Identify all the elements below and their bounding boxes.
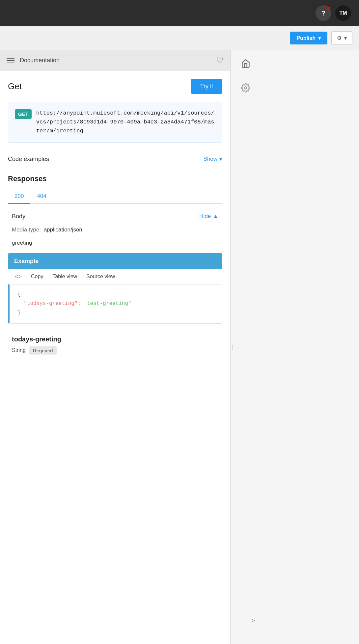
media-type-row: Media type: application/json xyxy=(8,223,222,237)
hamburger-line-3 xyxy=(7,63,14,63)
doc-title: Documentation xyxy=(20,57,60,64)
body-header: Body Hide ▲ xyxy=(8,210,222,223)
table-view-button[interactable]: Table view xyxy=(52,274,77,280)
code-examples-label: Code examples xyxy=(8,156,49,163)
example-box: Example <> Copy Table view Source view {… xyxy=(8,253,222,324)
hide-chevron: ▲ xyxy=(213,213,218,220)
responses-title: Responses xyxy=(8,174,222,183)
try-it-button[interactable]: Try it xyxy=(191,79,222,94)
doc-header-left: Documentation xyxy=(7,57,60,64)
sidebar-icon-home[interactable] xyxy=(237,55,254,72)
schema-section: todays-greeting String Required xyxy=(8,328,222,355)
right-sidebar: > xyxy=(231,50,260,644)
show-chevron: ▾ xyxy=(219,156,222,163)
hamburger-line-2 xyxy=(7,60,14,61)
json-value: "test-greeting" xyxy=(84,301,131,307)
response-tabs: 200 404 xyxy=(8,190,222,204)
hamburger-menu[interactable] xyxy=(7,58,14,63)
settings-icon: ⚙ xyxy=(337,35,342,41)
action-bar: Publish ▾ ⚙ ▾ xyxy=(0,26,359,50)
code-examples-row: Code examples Show ▾ xyxy=(8,152,222,167)
svg-point-0 xyxy=(244,87,247,89)
body-label: Body xyxy=(12,213,25,220)
show-code-button[interactable]: Show ▾ xyxy=(203,156,222,163)
get-header: Get Try it xyxy=(8,79,222,94)
main-layout: Documentation 🛡 Get Try it GET https://a… xyxy=(0,50,359,644)
left-panel: Documentation 🛡 Get Try it GET https://a… xyxy=(0,50,231,644)
tab-200[interactable]: 200 xyxy=(8,190,30,204)
settings-chevron: ▾ xyxy=(344,35,347,41)
tab-404[interactable]: 404 xyxy=(30,190,53,203)
expand-arrow[interactable]: > xyxy=(251,617,255,624)
drag-dot-2 xyxy=(232,347,233,348)
code-toggle-icon[interactable]: <> xyxy=(15,273,22,280)
media-type-label: Media type: xyxy=(12,227,41,233)
notification-badge xyxy=(327,7,330,10)
schema-field-name: todays-greeting xyxy=(12,335,218,343)
json-key: "todays-greeting" xyxy=(24,301,77,307)
get-badge: GET xyxy=(15,109,32,119)
avatar-initials: TM xyxy=(339,10,347,16)
example-code: { "todays-greeting": "test-greeting" } xyxy=(8,284,222,323)
schema-field-types: String Required xyxy=(12,346,218,355)
hide-label: Hide xyxy=(199,213,211,220)
drag-handle[interactable] xyxy=(231,337,234,357)
drag-dot-3 xyxy=(232,349,233,350)
example-toolbar: <> Copy Table view Source view xyxy=(8,269,222,284)
content-area: Get Try it GET https://anypoint.mulesoft… xyxy=(0,71,230,644)
sidebar-icon-settings[interactable] xyxy=(237,80,254,96)
greeting-label: greeting xyxy=(8,237,222,249)
help-button[interactable]: ? xyxy=(316,5,331,21)
publish-chevron: ▾ xyxy=(318,35,321,41)
type-label: String xyxy=(12,347,26,353)
show-label: Show xyxy=(203,156,217,162)
copy-button[interactable]: Copy xyxy=(31,274,43,280)
get-title: Get xyxy=(8,81,22,92)
source-view-button[interactable]: Source view xyxy=(86,274,115,280)
help-icon: ? xyxy=(321,10,325,17)
media-type-value: application/json xyxy=(44,227,82,233)
endpoint-url: https://anypoint.mulesoft.com/mocking/ap… xyxy=(36,109,215,136)
publish-button[interactable]: Publish ▾ xyxy=(290,32,327,44)
top-bar: ? TM xyxy=(0,0,359,26)
url-box: GET https://anypoint.mulesoft.com/mockin… xyxy=(8,102,222,143)
body-section: Body Hide ▲ Media type: application/json… xyxy=(8,204,222,361)
user-avatar[interactable]: TM xyxy=(335,5,351,21)
hamburger-line-1 xyxy=(7,58,14,59)
shield-icon: 🛡 xyxy=(216,56,224,65)
hide-button[interactable]: Hide ▲ xyxy=(199,213,218,220)
doc-header: Documentation 🛡 xyxy=(0,50,230,71)
publish-label: Publish xyxy=(296,35,316,41)
settings-button[interactable]: ⚙ ▾ xyxy=(331,31,352,45)
drag-dot-1 xyxy=(232,345,233,346)
required-badge: Required xyxy=(29,346,57,355)
example-header: Example xyxy=(8,253,222,269)
